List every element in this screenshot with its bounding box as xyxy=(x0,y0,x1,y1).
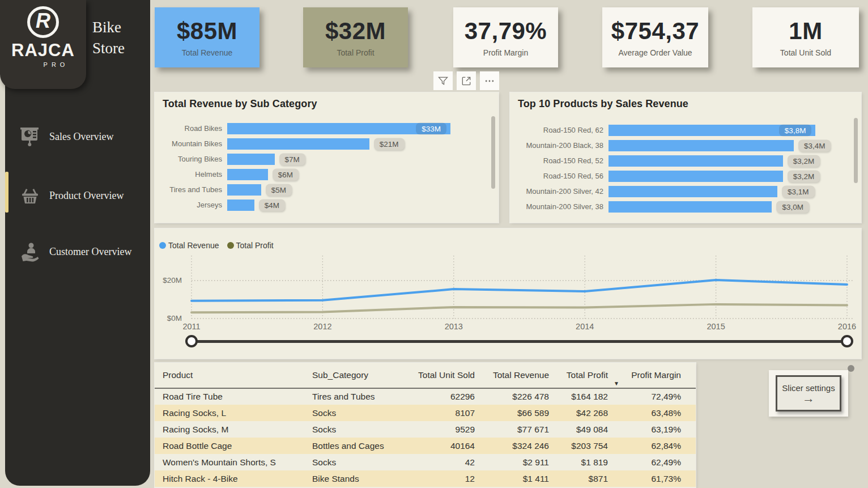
sidebar-item-product-overview[interactable]: Product Overview xyxy=(5,175,150,216)
table-cell: $203 754 xyxy=(549,438,608,454)
table-cell: 8107 xyxy=(410,405,475,421)
range-slider-handle-left[interactable] xyxy=(185,335,198,347)
column-header-total-revenue[interactable]: Total Revenue xyxy=(475,363,549,388)
bar-category-label: Jerseys xyxy=(155,201,227,209)
kpi-value: 37,79% xyxy=(465,18,547,45)
bar-area: $4M xyxy=(227,200,484,211)
table-cell: $1 819 xyxy=(549,454,608,470)
kpi-value: $754,37 xyxy=(611,18,699,45)
more-options-icon[interactable] xyxy=(480,71,499,90)
bar[interactable] xyxy=(227,138,369,150)
table-cell: $77 671 xyxy=(475,421,549,438)
table-row[interactable]: Racing Socks, LSocks8107$66 589$42 26863… xyxy=(155,405,696,421)
focus-mode-icon[interactable] xyxy=(457,71,476,90)
sidebar-item-customer-overview[interactable]: Customer Overview xyxy=(5,231,150,272)
column-header-product[interactable]: Product xyxy=(155,363,312,388)
bar-value-label: $4M xyxy=(259,199,285,211)
bar[interactable] xyxy=(609,201,772,213)
presentation-chart-icon xyxy=(19,125,41,148)
table-cell: Women's Mountain Shorts, S xyxy=(155,454,312,470)
bar-row-road-150-red-62: Road-150 Red, 62$3,8M xyxy=(510,122,846,138)
bar-row-mountain-200-black-38: Mountain-200 Black, 38$3,4M xyxy=(510,138,846,153)
table-row[interactable]: Road Bottle CageBottles and Cages40164$3… xyxy=(155,438,696,454)
bar-area: $3,2M xyxy=(609,171,846,182)
bar-value-label: $6M xyxy=(273,168,299,180)
kpi-card-average-order-value[interactable]: $754,37Average Order Value xyxy=(602,7,708,67)
table-scrollbar-dot[interactable] xyxy=(848,365,854,372)
bar-value-label: $7M xyxy=(279,153,305,165)
scrollbar-thumb[interactable] xyxy=(491,116,495,189)
kpi-label: Total Revenue xyxy=(182,48,233,57)
y-axis-tick: $0M xyxy=(167,314,182,322)
bar-area: $5M xyxy=(227,184,484,196)
brand-logo: R RAJCA PRO xyxy=(0,0,86,89)
column-header-total-profit[interactable]: Total Profit xyxy=(549,363,608,388)
bar-category-label: Mountain-200 Silver, 38 xyxy=(510,202,609,211)
kpi-card-total-revenue[interactable]: $85MTotal Revenue xyxy=(155,7,259,67)
app-title-line2: Store xyxy=(92,38,125,59)
x-axis-tick: 2014 xyxy=(576,322,594,331)
product-detail-table: ProductSub_CategoryTotal Unit SoldTotal … xyxy=(155,363,696,488)
x-axis-tick: 2016 xyxy=(838,322,856,331)
table-row[interactable]: Racing Socks, MSocks9529$77 671$49 08463… xyxy=(155,421,696,438)
bar-row-mountain-200-silver-38: Mountain-200 Silver, 38$3,0M xyxy=(510,199,846,214)
bar-row-mountain-200-silver-42: Mountain-200 Silver, 42$3,1M xyxy=(510,184,846,199)
logo-subtitle: PRO xyxy=(18,61,69,68)
bar[interactable] xyxy=(227,169,268,180)
table-row[interactable]: Women's Mountain Shorts, SSocks42$2 911$… xyxy=(155,454,696,470)
slicer-settings-button[interactable]: Slicer settings → xyxy=(776,375,841,411)
bar-category-label: Road-150 Red, 52 xyxy=(510,156,609,165)
table-row[interactable]: Road Tire TubeTires and Tubes62296$226 4… xyxy=(155,388,696,405)
bar[interactable] xyxy=(609,171,783,182)
data-table: ProductSub_CategoryTotal Unit SoldTotal … xyxy=(155,363,696,487)
table-cell: Bike Stands xyxy=(312,470,410,487)
column-header-profit-margin[interactable]: Profit Margin▼ xyxy=(608,363,696,388)
column-header-total-unit-sold[interactable]: Total Unit Sold xyxy=(410,363,475,388)
y-axis-tick: $20M xyxy=(163,276,182,285)
bar[interactable] xyxy=(609,155,783,167)
range-slider[interactable] xyxy=(192,340,847,343)
column-header-sub_category[interactable]: Sub_Category xyxy=(312,363,410,388)
table-cell: 63,48% xyxy=(608,405,696,421)
bar-row-touring-bikes: Touring Bikes$7M xyxy=(155,151,484,167)
trend-line-total-profit xyxy=(192,304,847,312)
sidebar-item-sales-overview[interactable]: Sales Overview xyxy=(5,116,150,157)
bar[interactable] xyxy=(227,200,254,211)
table-cell: Bottles and Cages xyxy=(312,438,410,454)
bar[interactable] xyxy=(609,186,777,197)
bar[interactable]: $33M xyxy=(227,123,450,134)
bar-value-label: $21M xyxy=(374,138,405,150)
chart-total-revenue-by-subcategory: Total Revenue by Sub Category Road Bikes… xyxy=(155,92,499,223)
range-slider-handle-right[interactable] xyxy=(841,335,853,347)
table-row[interactable]: Hitch Rack - 4-BikeBike Stands12$1 411$8… xyxy=(155,470,696,487)
table-cell: Racing Socks, M xyxy=(155,421,312,438)
sidebar: R RAJCA PRO Bike Store Sales OverviewPro… xyxy=(5,0,150,486)
slicer-settings-panel: Slicer settings → xyxy=(769,370,848,417)
bar-value-label: $3,2M xyxy=(788,170,820,182)
bar[interactable] xyxy=(227,154,275,165)
kpi-card-profit-margin[interactable]: 37,79%Profit Margin xyxy=(453,7,558,67)
bar[interactable] xyxy=(609,140,794,151)
bar[interactable]: $3,8M xyxy=(609,125,815,136)
kpi-card-total-unit-sold[interactable]: 1MTotal Unit Sold xyxy=(752,7,859,67)
bar-area: $6M xyxy=(227,169,484,180)
bar-category-label: Road-150 Red, 62 xyxy=(510,126,609,134)
table-cell: $324 246 xyxy=(475,438,549,454)
bar[interactable] xyxy=(227,184,261,196)
table-cell: 42 xyxy=(410,454,475,470)
bar-row-road-150-red-52: Road-150 Red, 52$3,2M xyxy=(510,153,846,168)
customer-icon xyxy=(19,240,41,263)
bar-category-label: Tires and Tubes xyxy=(155,185,227,194)
table-cell: 62,84% xyxy=(608,438,696,454)
chart-title: Top 10 Products by Sales Revenue xyxy=(510,92,861,110)
scrollbar-thumb[interactable] xyxy=(854,118,858,183)
kpi-label: Average Order Value xyxy=(618,48,692,57)
kpi-card-total-profit[interactable]: $32MTotal Profit xyxy=(303,7,408,67)
bar-row-tires-and-tubes: Tires and Tubes$5M xyxy=(155,182,484,197)
basket-icon xyxy=(19,184,41,207)
filter-icon[interactable] xyxy=(433,71,453,90)
bar-value-label: $5M xyxy=(266,184,292,196)
bar-category-label: Touring Bikes xyxy=(155,155,227,163)
table-cell: 12 xyxy=(410,470,475,487)
table-cell: Socks xyxy=(312,421,410,438)
